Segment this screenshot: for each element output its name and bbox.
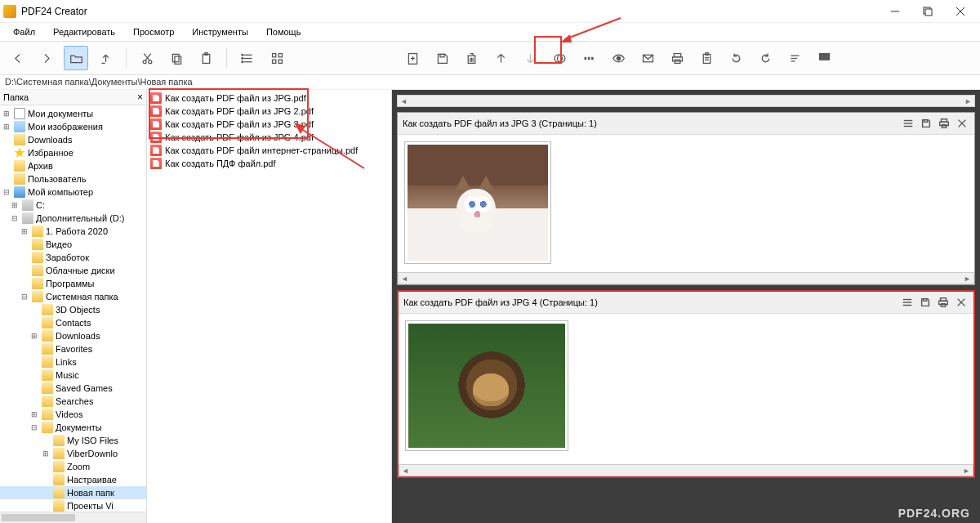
tree-node[interactable]: Видео <box>0 238 146 251</box>
svg-point-15 <box>241 57 243 59</box>
doc1-print-icon[interactable] <box>937 116 951 131</box>
svg-rect-30 <box>584 56 586 59</box>
tree-node[interactable]: Программы <box>0 277 146 290</box>
tree-node[interactable]: Contacts <box>0 316 146 329</box>
svg-rect-38 <box>703 54 710 63</box>
tree-node[interactable]: ⊟Дополнительный (D:) <box>0 212 146 225</box>
print-button[interactable] <box>665 46 689 70</box>
forward-button[interactable] <box>34 46 59 70</box>
doc-scrollbar-top[interactable]: ◄► <box>397 95 975 107</box>
close-button[interactable] <box>944 2 977 21</box>
open-folder-button[interactable] <box>64 46 88 70</box>
document-pane-2[interactable]: Как создать PDF файл из JPG 4 (Страницы:… <box>397 290 975 478</box>
tree-node[interactable]: Заработок <box>0 251 146 264</box>
doc1-close-icon[interactable] <box>955 116 969 131</box>
move-down-button[interactable] <box>518 46 542 70</box>
tree-scrollbar[interactable] <box>0 512 146 523</box>
menu-tools[interactable]: Инструменты <box>184 25 256 38</box>
tree-node[interactable]: Favorites <box>0 342 146 355</box>
doc2-save-icon[interactable] <box>918 295 933 310</box>
tree-node[interactable]: ⊞Мои изображения <box>0 120 146 133</box>
doc2-scrollbar[interactable]: ◄► <box>399 464 973 476</box>
tree-node[interactable]: My ISO Files <box>0 434 146 447</box>
up-level-button[interactable] <box>93 46 118 70</box>
svg-rect-32 <box>591 56 594 59</box>
tree-node[interactable]: Проекты Vi <box>0 499 146 512</box>
file-list[interactable]: Как создать PDF файл из JPG.pdfКак созда… <box>147 90 392 523</box>
tree-node[interactable]: ⊞Мои документы <box>0 107 146 120</box>
copy-button[interactable] <box>164 46 189 70</box>
tree-node[interactable]: Searches <box>0 395 146 408</box>
tree-node[interactable]: ⊟Мой компьютер <box>0 186 146 199</box>
merge-button[interactable] <box>547 46 572 70</box>
cat-image <box>408 145 548 261</box>
tree-node[interactable]: Архив <box>0 159 146 172</box>
minimize-button[interactable] <box>879 2 911 21</box>
doc2-print-icon[interactable] <box>936 295 951 310</box>
rotate-right-button[interactable] <box>753 46 777 70</box>
tree-node[interactable]: ⊞Videos <box>0 408 146 421</box>
file-row[interactable]: Как создать PDF файл из JPG 3.pdf <box>147 118 391 131</box>
doc1-scrollbar[interactable]: ◄► <box>398 272 974 284</box>
file-row[interactable]: Как создать PDF файл из JPG 2.pdf <box>147 105 391 118</box>
sort-button[interactable] <box>782 46 807 70</box>
file-row[interactable]: Как создать PDF файл из JPG.pdf <box>147 92 391 105</box>
split-button[interactable] <box>577 46 601 70</box>
tree-node[interactable]: ⊞1. Работа 2020 <box>0 225 146 238</box>
doc2-page-thumb[interactable] <box>405 320 568 451</box>
menu-file[interactable]: Файл <box>5 25 43 38</box>
tree-node[interactable]: Saved Games <box>0 382 146 395</box>
doc1-page-thumb[interactable] <box>404 141 551 264</box>
maximize-button[interactable] <box>911 2 944 21</box>
doc2-close-icon[interactable] <box>954 295 969 310</box>
document-pane-1[interactable]: Как создать PDF файл из JPG 3 (Страницы:… <box>397 112 975 285</box>
grid-view-button[interactable] <box>265 46 289 70</box>
new-doc-button[interactable] <box>400 46 425 70</box>
file-row[interactable]: Как создать PDF файл интернет-страницы.p… <box>147 144 391 157</box>
tree-node[interactable]: Downloads <box>0 133 146 146</box>
tree-node[interactable]: ⊟Системная папка <box>0 290 146 303</box>
list-view-button[interactable] <box>235 46 260 70</box>
menu-edit[interactable]: Редактировать <box>45 25 123 38</box>
thumbnails-button[interactable] <box>812 46 836 70</box>
preview-button[interactable] <box>606 46 630 70</box>
delete-button[interactable] <box>459 46 483 70</box>
tree-node[interactable]: Избранное <box>0 146 146 159</box>
cut-button[interactable] <box>135 46 159 70</box>
svg-rect-63 <box>923 299 926 302</box>
menu-help[interactable]: Помощь <box>258 25 310 38</box>
back-button[interactable] <box>5 46 29 70</box>
svg-rect-50 <box>826 56 829 59</box>
tree-node[interactable]: ⊟Документы <box>0 421 146 434</box>
folder-tree[interactable]: ⊞Мои документы⊞Мои изображенияDownloadsИ… <box>0 105 146 512</box>
rotate-left-button[interactable] <box>724 46 748 70</box>
tree-node[interactable]: 3D Objects <box>0 303 146 316</box>
tree-node[interactable]: Пользователь <box>0 172 146 186</box>
svg-rect-48 <box>819 56 822 59</box>
email-button[interactable] <box>635 46 660 70</box>
svg-rect-57 <box>942 125 946 128</box>
tree-node[interactable]: Настраивае <box>0 473 146 486</box>
document-area: ◄► Как создать PDF файл из JPG 3 (Страни… <box>392 90 980 523</box>
tree-node[interactable]: ⊞C: <box>0 199 146 212</box>
tree-node[interactable]: Облачные диски <box>0 264 146 277</box>
tree-node[interactable]: ⊞Downloads <box>0 329 146 342</box>
doc1-save-icon[interactable] <box>919 116 933 131</box>
paste-button[interactable] <box>194 46 218 70</box>
tree-node[interactable]: Links <box>0 355 146 369</box>
tree-node[interactable]: Новая папк <box>0 486 146 499</box>
doc2-menu-icon[interactable] <box>900 295 915 310</box>
toolbar <box>0 41 980 75</box>
tree-node[interactable]: Music <box>0 369 146 382</box>
file-row[interactable]: Как создать PDF файл из JPG 4.pdf <box>147 131 391 144</box>
tree-close-button[interactable]: × <box>137 92 143 103</box>
tree-node[interactable]: Zoom <box>0 460 146 473</box>
menu-view[interactable]: Просмотр <box>125 25 182 38</box>
move-up-button[interactable] <box>488 46 513 70</box>
file-row[interactable]: Как создать ПДФ файл.pdf <box>147 157 391 170</box>
tree-node[interactable]: ⊞ViberDownlo <box>0 447 146 460</box>
save-button[interactable] <box>430 46 454 70</box>
svg-rect-24 <box>439 54 443 56</box>
clipboard-button[interactable] <box>694 46 719 70</box>
doc1-menu-icon[interactable] <box>901 116 915 131</box>
